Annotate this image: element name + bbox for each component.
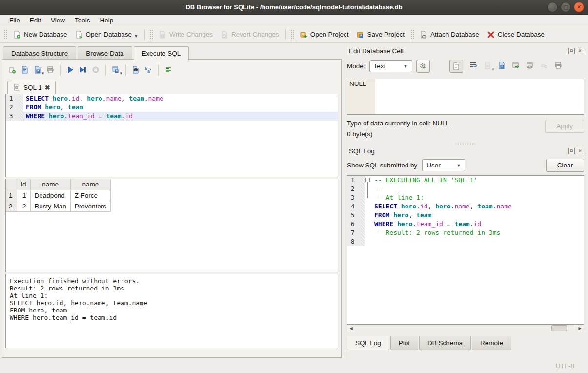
close-panel-icon[interactable]: ✕ xyxy=(577,48,583,54)
table-cell[interactable]: 2 xyxy=(17,201,31,211)
cell-size-info: 0 byte(s) xyxy=(347,130,545,138)
replace-button[interactable]: ba xyxy=(144,66,152,75)
dock-tab-remote[interactable]: Remote xyxy=(472,336,511,350)
menu-file[interactable]: File xyxy=(5,16,24,25)
save-project-button[interactable]: Save Project xyxy=(352,29,408,41)
attach-database-button[interactable]: Attach Database xyxy=(416,29,483,41)
maximize-button[interactable]: ▢ xyxy=(561,2,571,12)
toolbar-grip[interactable] xyxy=(4,29,7,40)
word-wrap-button[interactable] xyxy=(469,62,477,71)
close-database-button[interactable]: Close Database xyxy=(483,29,548,41)
chevron-down-icon: ▼ xyxy=(456,163,461,168)
row-number: 2 xyxy=(6,201,17,211)
export-file-icon xyxy=(498,62,506,69)
import-file-icon xyxy=(484,62,491,69)
write-changes-button[interactable]: Write Changes xyxy=(155,29,217,41)
menu-edit[interactable]: Edit xyxy=(25,16,45,25)
cell-value-editor[interactable]: NULL xyxy=(347,79,584,115)
text-mode-button[interactable] xyxy=(449,60,463,73)
chevron-down-icon: ▼ xyxy=(404,64,408,69)
log-horizontal-scrollbar[interactable]: ◀ ▶ xyxy=(347,325,584,332)
tab-sql-1[interactable]: SQL 1 ✖ xyxy=(7,81,56,94)
dock-tab-db-schema[interactable]: DB Schema xyxy=(419,336,471,350)
apply-format-button[interactable] xyxy=(416,60,430,73)
code-line: 1−-- EXECUTING ALL IN 'SQL 1' xyxy=(347,176,584,185)
line-number: 3 xyxy=(6,112,19,121)
code-line: 2FROM hero, team xyxy=(6,103,338,112)
tab-database-structure[interactable]: Database Structure xyxy=(3,46,76,60)
execution-message: Execution finished without errors. Resul… xyxy=(5,274,338,348)
gear-apply-icon xyxy=(419,62,427,70)
print-button[interactable] xyxy=(46,66,54,75)
float-panel-icon[interactable]: ⧉ xyxy=(568,48,575,54)
revert-changes-button[interactable]: Revert Changes xyxy=(217,29,283,41)
menu-tools[interactable]: Tools xyxy=(70,16,95,25)
window-title: DB Browser for SQLite - /home/user/code/… xyxy=(185,3,402,11)
chevron-down-icon[interactable]: ▼ xyxy=(134,34,138,39)
sql-editor[interactable]: 1SELECT hero.id, hero.name, team.name2FR… xyxy=(5,94,338,177)
sql-log-view[interactable]: 1−-- EXECUTING ALL IN 'SQL 1'2--3-- At l… xyxy=(347,175,584,325)
new-database-button[interactable]: New Database xyxy=(9,29,71,41)
save-results-button[interactable]: ▼ xyxy=(112,66,120,75)
table-cell[interactable]: Z-Force xyxy=(70,190,110,201)
menu-view[interactable]: View xyxy=(46,16,69,25)
execute-line-button[interactable] xyxy=(79,66,87,75)
chevron-down-icon[interactable]: ▼ xyxy=(119,71,123,76)
export-file-button[interactable] xyxy=(498,62,506,71)
scroll-right-icon[interactable]: ▶ xyxy=(576,325,584,332)
dock-tab-plot[interactable]: Plot xyxy=(390,336,418,350)
column-header[interactable]: id xyxy=(17,179,31,190)
line-number: 8 xyxy=(347,237,361,246)
print-cell-button[interactable] xyxy=(554,62,562,71)
table-cell[interactable]: Rusty-Man xyxy=(30,201,70,211)
table-cell[interactable]: 1 xyxy=(17,190,31,201)
results-grid: idnamename 11DeadpondZ-Force22Rusty-ManP… xyxy=(5,179,338,272)
column-header[interactable]: name xyxy=(30,179,70,190)
line-number: 2 xyxy=(6,103,19,112)
table-row[interactable]: 11DeadpondZ-Force xyxy=(6,190,111,201)
toolbar-grip[interactable] xyxy=(149,29,153,40)
chevron-down-icon[interactable]: ▼ xyxy=(41,71,45,76)
float-panel-icon[interactable]: ⧉ xyxy=(568,148,575,154)
window-controls: —▢✕ xyxy=(547,2,584,12)
dock-tab-sql-log[interactable]: SQL Log xyxy=(347,336,389,350)
toolbar-grip[interactable] xyxy=(290,29,294,40)
log-filter-select[interactable]: User ▼ xyxy=(422,159,465,171)
close-tab-icon[interactable]: ✖ xyxy=(45,84,50,91)
minimize-button[interactable]: — xyxy=(547,2,558,12)
encoding-indicator[interactable]: UTF-8 xyxy=(556,362,574,370)
scroll-left-icon[interactable]: ◀ xyxy=(347,325,355,332)
tab-browse-data[interactable]: Browse Data xyxy=(78,46,132,60)
set-null-button[interactable] xyxy=(540,62,548,71)
format-button[interactable] xyxy=(164,66,172,75)
column-header[interactable]: name xyxy=(70,179,110,190)
edit-cell-panel-header: Edit Database Cell ⧉ ✕ xyxy=(347,45,584,56)
fold-collapse-icon[interactable]: − xyxy=(365,178,370,182)
open-sql-file-button[interactable] xyxy=(21,66,29,75)
mode-select[interactable]: Text ▼ xyxy=(369,60,412,72)
table-cell[interactable]: Deadpond xyxy=(30,190,70,201)
stop-button[interactable] xyxy=(92,66,100,75)
clear-log-button[interactable]: Clear xyxy=(546,159,584,172)
open-project-button[interactable]: Open Project xyxy=(296,29,353,41)
open-database-button[interactable]: Open Database▼ xyxy=(71,29,142,41)
revert-changes-icon xyxy=(221,31,228,39)
copy-link-button[interactable] xyxy=(526,62,534,71)
sql-subtab-row: SQL 1 ✖ xyxy=(5,79,338,94)
scrollbar-thumb[interactable] xyxy=(551,325,567,331)
close-panel-icon[interactable]: ✕ xyxy=(577,148,583,154)
new-sql-tab-button[interactable] xyxy=(8,66,16,75)
execute-all-button[interactable] xyxy=(66,66,74,75)
save-sql-file-button[interactable]: ▼ xyxy=(34,66,41,75)
import-file-button[interactable]: ▼ xyxy=(484,62,491,71)
tab-execute-sql[interactable]: Execute SQL xyxy=(134,46,189,60)
toolbar-grip[interactable] xyxy=(410,29,414,40)
open-external-button[interactable] xyxy=(512,62,520,71)
table-cell[interactable]: Preventers xyxy=(70,201,110,211)
find-button[interactable] xyxy=(132,66,140,75)
apply-button[interactable]: Apply xyxy=(545,120,584,133)
menu-help[interactable]: Help xyxy=(96,16,118,25)
close-button[interactable]: ✕ xyxy=(574,2,584,12)
table-row[interactable]: 22Rusty-ManPreventers xyxy=(6,201,111,211)
open-database-icon xyxy=(75,31,83,39)
